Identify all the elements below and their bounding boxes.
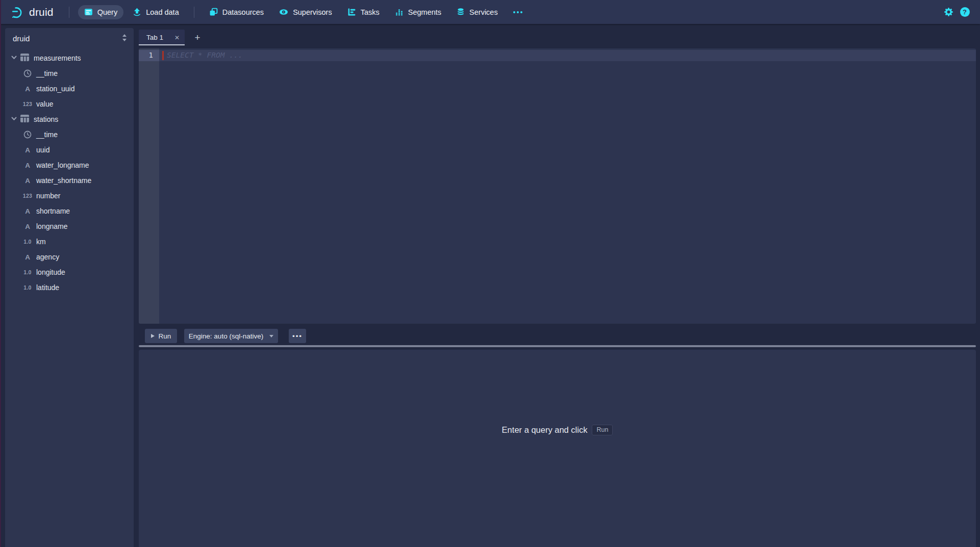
column-name: __time — [36, 131, 58, 139]
add-tab-button[interactable]: + — [190, 30, 205, 45]
caret-down-icon — [269, 335, 273, 337]
tree-column-km[interactable]: 1.0 km — [5, 234, 134, 249]
string-type-icon: A — [22, 206, 33, 216]
string-type-icon: A — [22, 252, 33, 262]
column-name: agency — [36, 253, 59, 261]
more-icon — [513, 11, 522, 13]
nav-item-services[interactable]: Services — [450, 5, 504, 19]
stacked-chart-icon — [395, 8, 404, 16]
nav-item-more[interactable] — [507, 5, 529, 19]
main-area: druid — [0, 24, 980, 547]
eye-icon — [279, 8, 288, 16]
nav-item-label: Datasources — [222, 8, 264, 16]
chevron-down-icon — [11, 117, 17, 121]
string-type-icon: A — [22, 145, 33, 155]
run-button-label: Run — [159, 332, 171, 340]
string-type-icon: A — [22, 221, 33, 231]
column-name: water_shortname — [36, 176, 91, 185]
tree-column-time[interactable]: __time — [5, 127, 134, 142]
float-type-icon: 1.0 — [22, 282, 33, 293]
tree-table-stations[interactable]: stations — [5, 112, 134, 127]
gantt-chart-icon — [347, 8, 356, 16]
tree-column-longitude[interactable]: 1.0 longitude — [5, 265, 134, 280]
chevron-down-icon — [11, 56, 17, 60]
number-type-icon: 123 — [22, 191, 33, 201]
run-chip: Run — [592, 425, 613, 435]
column-name: latitude — [36, 283, 59, 292]
nav-item-label: Query — [97, 8, 118, 16]
database-icon — [457, 8, 465, 16]
left-edge-strip — [0, 0, 1, 547]
run-button[interactable]: Run — [145, 329, 177, 343]
editor-gutter — [139, 48, 159, 324]
float-type-icon: 1.0 — [22, 267, 33, 277]
tree-column-water-longname[interactable]: A water_longname — [5, 158, 134, 173]
column-name: longitude — [36, 268, 65, 276]
tree-column-time[interactable]: __time — [5, 66, 134, 81]
plus-icon: + — [194, 32, 200, 43]
results-panel: Enter a query and click Run — [139, 350, 976, 547]
schema-selector[interactable]: druid — [5, 28, 134, 47]
tree-column-number[interactable]: 123 number — [5, 188, 134, 203]
double-caret-vertical-icon — [121, 34, 128, 42]
druid-logo-icon — [11, 6, 24, 19]
table-name: measurements — [34, 54, 81, 62]
query-more-options-button[interactable]: ••• — [289, 329, 306, 343]
tree-column-agency[interactable]: A agency — [5, 249, 134, 265]
nav-item-query[interactable]: Query — [78, 5, 124, 19]
tree-column-latitude[interactable]: 1.0 latitude — [5, 280, 134, 295]
topbar-divider — [69, 7, 69, 18]
close-icon[interactable]: ✕ — [169, 34, 185, 41]
column-name: number — [36, 192, 60, 200]
empty-message-text: Enter a query and click — [502, 425, 588, 435]
nav-item-tasks[interactable]: Tasks — [341, 5, 386, 19]
tree-column-value[interactable]: 123 value — [5, 96, 134, 112]
tree-table-measurements[interactable]: measurements — [5, 50, 134, 66]
schema-sidebar: druid — [5, 28, 134, 547]
empty-results-message: Enter a query and click Run — [139, 425, 976, 435]
column-name: station_uuid — [36, 85, 75, 93]
engine-select-button[interactable]: Engine: auto (sql-native) — [184, 329, 278, 343]
settings-button[interactable] — [940, 4, 957, 20]
query-view: Tab 1 ✕ + 1 SELECT * FROM ... Run Engine… — [139, 24, 976, 547]
run-toolbar: Run Engine: auto (sql-native) ••• — [139, 329, 976, 343]
sql-editor[interactable]: 1 SELECT * FROM ... — [139, 48, 976, 324]
column-name: shortname — [36, 207, 70, 215]
tree-column-longname[interactable]: A longname — [5, 219, 134, 234]
logo-wordmark: druid — [29, 6, 54, 18]
tree-column-shortname[interactable]: A shortname — [5, 203, 134, 219]
column-name: uuid — [36, 146, 49, 154]
panel-resize-handle[interactable] — [139, 345, 976, 347]
tab-tab1[interactable]: Tab 1 ✕ — [139, 30, 185, 45]
editor-placeholder: SELECT * FROM ... — [167, 51, 242, 59]
nav-item-label: Services — [469, 8, 498, 16]
tree-column-station-uuid[interactable]: A station_uuid — [5, 81, 134, 96]
column-tree: measurements __time A station_uuid 123 v… — [5, 47, 134, 295]
active-line-highlight — [139, 50, 976, 61]
column-name: water_longname — [36, 161, 89, 169]
clock-icon — [22, 68, 33, 79]
table-icon — [20, 53, 30, 62]
float-type-icon: 1.0 — [22, 237, 33, 247]
nav-item-label: Segments — [408, 8, 441, 16]
schema-name: druid — [13, 34, 30, 43]
help-icon: ? — [960, 7, 970, 17]
help-button[interactable]: ? — [957, 4, 973, 20]
nav-item-supervisors[interactable]: Supervisors — [273, 5, 338, 19]
nav-item-label: Tasks — [361, 8, 380, 16]
druid-logo[interactable]: druid — [11, 6, 54, 19]
nav-item-datasources[interactable]: Datasources — [203, 5, 270, 19]
nav-item-label: Load data — [146, 8, 179, 16]
tree-column-uuid[interactable]: A uuid — [5, 142, 134, 158]
tab-label: Tab 1 — [139, 34, 169, 41]
string-type-icon: A — [22, 175, 33, 186]
tree-column-water-shortname[interactable]: A water_shortname — [5, 173, 134, 188]
play-icon — [151, 334, 155, 338]
topbar-divider — [194, 7, 194, 18]
query-tab-bar: Tab 1 ✕ + — [139, 30, 205, 45]
application-icon — [84, 8, 93, 16]
column-name: km — [36, 238, 46, 246]
nav-item-segments[interactable]: Segments — [389, 5, 447, 19]
nav-item-load-data[interactable]: Load data — [127, 5, 185, 19]
string-type-icon: A — [22, 84, 33, 94]
